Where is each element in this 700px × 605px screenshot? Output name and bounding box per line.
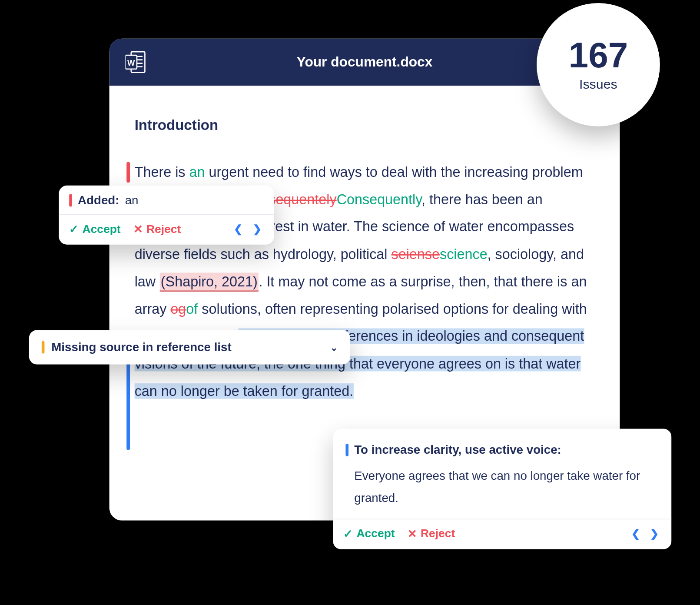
popup-body: To increase clarity, use active voice: E…: [333, 429, 671, 519]
popup-actions: Accept Reject ❮ ❯: [59, 215, 274, 245]
text: There is: [134, 164, 189, 180]
document-filename: Your document.docx: [296, 54, 432, 70]
accept-button[interactable]: Accept: [69, 222, 120, 236]
issues-badge[interactable]: 167 Issues: [537, 3, 660, 126]
reject-label: Reject: [420, 527, 455, 540]
popup-clarity: To increase clarity, use active voice: E…: [333, 429, 671, 549]
inserted-text[interactable]: science: [439, 246, 487, 262]
reject-button[interactable]: Reject: [133, 222, 181, 236]
next-arrow[interactable]: ❯: [250, 222, 263, 236]
check-icon: [343, 527, 353, 541]
accept-label: Accept: [356, 527, 395, 540]
deleted-text[interactable]: og: [170, 301, 186, 317]
x-icon: [407, 527, 417, 541]
citation-highlight[interactable]: (Shapiro, 2021): [159, 273, 259, 292]
popup-title: To increase clarity, use active voice:: [354, 439, 561, 461]
x-icon: [133, 222, 143, 236]
reject-button[interactable]: Reject: [407, 527, 455, 541]
marker-icon: [345, 444, 348, 456]
marker-icon: [41, 341, 44, 353]
accept-label: Accept: [82, 223, 120, 236]
deleted-text[interactable]: seiense: [391, 246, 439, 262]
popup-word: an: [125, 193, 138, 207]
popup-text: Missing source in reference list: [51, 340, 231, 354]
popup-suggestion: Everyone agrees that we can no longer ta…: [345, 465, 659, 509]
svg-text:W: W: [127, 58, 135, 67]
popup-label: Added:: [77, 193, 119, 207]
popup-actions: Accept Reject ❮ ❯: [333, 519, 671, 549]
prev-arrow[interactable]: ❮: [629, 526, 642, 541]
chevron-down-icon: ⌄: [330, 342, 337, 352]
inserted-text[interactable]: of: [186, 301, 198, 317]
prev-arrow[interactable]: ❮: [231, 222, 244, 236]
issues-count: 167: [568, 37, 628, 73]
reject-label: Reject: [146, 223, 181, 236]
popup-missing-source[interactable]: Missing source in reference list ⌄: [29, 330, 350, 364]
ms-word-icon: W: [125, 51, 146, 74]
inserted-text[interactable]: an: [189, 164, 205, 180]
inserted-text[interactable]: Consequently: [336, 192, 421, 207]
accept-button[interactable]: Accept: [343, 527, 395, 541]
popup-header: Added: an: [59, 186, 274, 215]
section-heading: Introduction: [134, 111, 594, 139]
next-arrow[interactable]: ❯: [648, 526, 661, 541]
marker-icon: [69, 194, 72, 207]
change-marker-red: [126, 162, 130, 183]
issues-label: Issues: [579, 76, 617, 92]
document-body: Introduction There is an urgent need to …: [109, 86, 620, 428]
check-icon: [69, 222, 79, 236]
popup-added-word: Added: an Accept Reject ❮ ❯: [59, 186, 274, 245]
